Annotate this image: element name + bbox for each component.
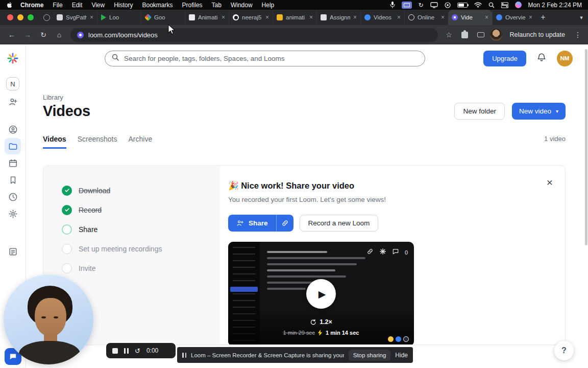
tab-github[interactable]: neeraj5× (229, 10, 273, 25)
tab-archive[interactable]: Archive (128, 135, 152, 148)
hide-banner-button[interactable]: Hide (395, 352, 408, 359)
menubar-clock[interactable]: Mon 2 Feb 2:24 PM (528, 2, 582, 9)
tab-screenshots[interactable]: Screenshots (78, 135, 117, 148)
tab-loom-play[interactable]: Loo (97, 10, 141, 25)
user-avatar[interactable]: NM (557, 51, 573, 66)
sync-status-icon[interactable]: ↻ (419, 2, 424, 9)
close-tab-icon[interactable]: × (265, 14, 269, 20)
sidebar-item-bookmarks[interactable] (5, 172, 21, 188)
siri-icon[interactable] (515, 2, 522, 8)
bookmark-star-icon[interactable]: ☆ (443, 28, 456, 41)
minimize-window-button[interactable] (17, 14, 23, 20)
checklist-item-invite[interactable]: Invite (62, 263, 210, 273)
close-tab-icon[interactable]: × (397, 14, 401, 20)
playback-speed-badge[interactable]: 1.2× (310, 318, 332, 326)
home-button[interactable]: ⌂ (53, 28, 66, 41)
tab-svgpath[interactable]: SvgPath× (53, 10, 97, 25)
help-button[interactable]: ? (554, 341, 574, 360)
sidebar-item-settings[interactable] (5, 205, 21, 222)
webcam-bubble[interactable] (4, 274, 93, 364)
battery-status-icon[interactable] (457, 2, 468, 9)
menu-file[interactable]: File (53, 2, 62, 9)
menu-view[interactable]: View (91, 2, 105, 9)
tab-online[interactable]: Online× (404, 10, 448, 25)
close-tab-icon[interactable]: × (309, 14, 313, 20)
sidebar-item-notes[interactable] (5, 243, 21, 260)
search-bar[interactable] (105, 51, 425, 66)
apple-icon[interactable] (6, 2, 12, 8)
spotlight-search-icon[interactable] (488, 2, 495, 9)
menubar-app-name[interactable]: Chrome (20, 2, 43, 9)
search-input[interactable] (124, 55, 419, 62)
profile-avatar[interactable] (490, 29, 502, 41)
video-effects-icon[interactable] (379, 248, 386, 257)
sidebar-item-home[interactable] (5, 121, 21, 137)
tab-search-chevron-icon[interactable]: ▾ (575, 10, 588, 25)
share-button[interactable]: Share (228, 215, 276, 232)
pinned-tab[interactable] (40, 10, 53, 25)
close-tab-icon[interactable]: × (353, 14, 357, 20)
zoom-window-button[interactable] (28, 14, 34, 20)
close-tab-icon[interactable]: × (441, 14, 445, 20)
play-button[interactable]: ▶ (306, 279, 336, 309)
tab-videos[interactable]: Videos× (360, 10, 404, 25)
invite-member-icon[interactable] (5, 94, 21, 110)
back-button[interactable]: ← (5, 28, 18, 41)
notifications-bell-icon[interactable] (536, 52, 547, 64)
page-scrollbar[interactable] (585, 49, 587, 245)
pause-sharing-icon[interactable] (182, 353, 186, 358)
reload-button[interactable]: ↻ (37, 28, 50, 41)
checklist-item-record[interactable]: Record (62, 204, 210, 215)
video-thumbnail[interactable]: 0 ▶ 1.2× 1 min 29 sec 1 min 14 sec (228, 242, 414, 345)
close-window-button[interactable] (7, 14, 13, 20)
checklist-item-share[interactable]: Share (62, 224, 210, 235)
comments-icon[interactable] (392, 248, 399, 257)
forward-button[interactable]: → (21, 28, 34, 41)
tab-google[interactable]: Goo (141, 10, 185, 25)
new-video-button[interactable]: New video ▾ (512, 103, 566, 120)
control-center-icon[interactable] (501, 2, 508, 9)
checklist-item-download[interactable]: Download (62, 185, 210, 196)
restart-recording-icon[interactable]: ↺ (135, 348, 140, 354)
copy-video-link-icon[interactable] (366, 248, 374, 257)
sidebar-item-history[interactable] (5, 189, 21, 205)
menu-profiles[interactable]: Profiles (182, 2, 203, 9)
tab-animati[interactable]: animati× (273, 10, 316, 25)
close-icon[interactable]: × (547, 177, 553, 188)
checklist-item-meeting-recordings[interactable]: Set up meeting recordings (62, 243, 210, 254)
wifi-status-icon[interactable] (474, 2, 482, 9)
shortcuts-status-icon[interactable] (445, 2, 451, 9)
tab-overview[interactable]: Overvie× (492, 10, 536, 25)
menu-bookmarks[interactable]: Bookmarks (142, 2, 173, 9)
extensions-icon[interactable] (458, 28, 472, 41)
close-tab-icon[interactable]: × (485, 14, 488, 20)
pause-recording-icon[interactable] (124, 348, 129, 354)
menu-help[interactable]: Help (262, 2, 275, 9)
sidebar-item-meetings[interactable] (5, 155, 21, 171)
tab-loom-videos-active[interactable]: Vide× (448, 10, 492, 25)
tab-animation[interactable]: Animati× (185, 10, 229, 25)
menu-edit[interactable]: Edit (72, 2, 83, 9)
new-tab-button[interactable]: + (536, 10, 550, 25)
chrome-menu-icon[interactable]: ⋮ (573, 31, 583, 39)
screen-sharing-status-icon[interactable] (402, 2, 412, 9)
close-tab-icon[interactable]: × (529, 14, 532, 20)
stop-recording-icon[interactable] (112, 348, 118, 354)
media-controls-icon[interactable] (474, 28, 487, 41)
microphone-status-icon[interactable] (390, 2, 395, 9)
stop-sharing-button[interactable]: Stop sharing (349, 350, 391, 361)
tab-videos[interactable]: Videos (43, 135, 66, 149)
relaunch-to-update-button[interactable]: Relaunch to update (505, 29, 570, 41)
display-status-icon[interactable] (430, 2, 438, 9)
menu-tab[interactable]: Tab (212, 2, 222, 9)
upgrade-button[interactable]: Upgrade (483, 51, 526, 66)
loom-logo[interactable] (7, 53, 18, 66)
sidebar-item-library[interactable] (5, 138, 21, 154)
copy-link-button[interactable] (276, 215, 293, 232)
close-tab-icon[interactable]: × (90, 14, 93, 20)
menu-window[interactable]: Window (231, 2, 253, 9)
new-folder-button[interactable]: New folder (454, 103, 505, 120)
workspace-avatar[interactable]: N (6, 77, 19, 90)
record-new-loom-button[interactable]: Record a new Loom (300, 215, 379, 232)
tab-assignment[interactable]: Assignm× (316, 10, 360, 25)
